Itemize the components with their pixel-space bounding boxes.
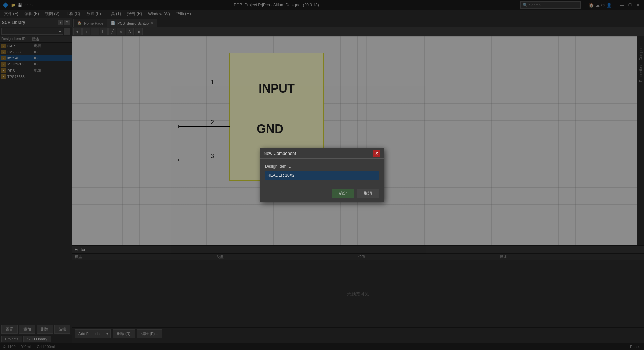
modal-overlay[interactable]: New Component ✕ Design Item ID 确定 取消 bbox=[0, 0, 644, 350]
modal-title: New Component bbox=[264, 151, 296, 156]
modal-footer: 确定 取消 bbox=[260, 185, 384, 202]
modal-body: Design Item ID bbox=[260, 159, 384, 185]
modal-field-label: Design Item ID bbox=[265, 164, 379, 169]
modal-design-item-id-input[interactable] bbox=[265, 171, 379, 180]
modal-title-bar: New Component ✕ bbox=[260, 148, 384, 159]
modal-close-button[interactable]: ✕ bbox=[373, 150, 380, 157]
modal-cancel-button[interactable]: 取消 bbox=[357, 189, 379, 198]
modal-dialog: New Component ✕ Design Item ID 确定 取消 bbox=[260, 148, 384, 202]
modal-confirm-button[interactable]: 确定 bbox=[332, 189, 354, 198]
